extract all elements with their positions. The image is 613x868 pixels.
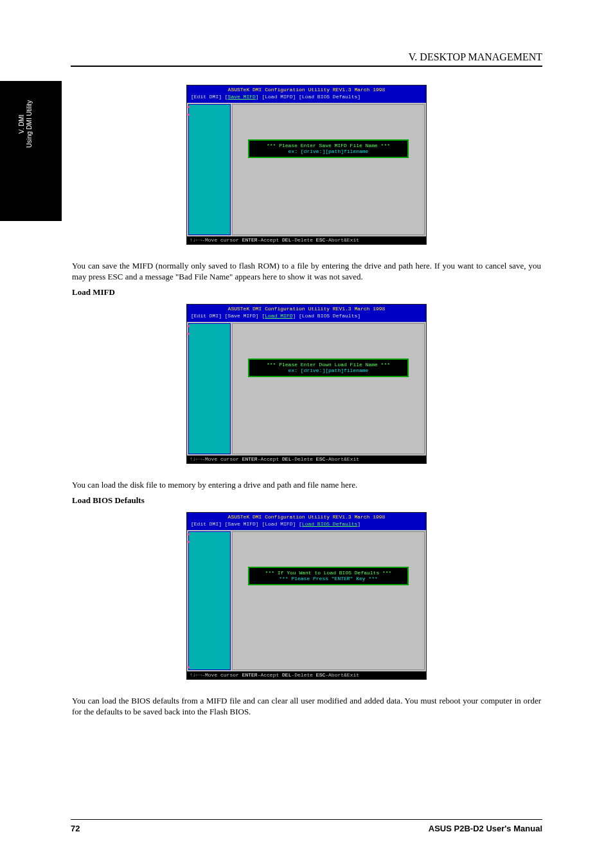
scr-body: *** Please Enter Save MIFD File Name ***… — [187, 103, 426, 236]
load-bios-heading: Load BIOS Defaults — [72, 495, 541, 506]
marker-icon — [188, 533, 190, 535]
marker-icon — [188, 333, 190, 335]
page-content: V. DESKTOP MANAGEMENT ASUSTeK DMI Config… — [0, 0, 613, 748]
product-name: ASUS P2B-D2 User's Manual — [429, 824, 542, 833]
marker-icon — [188, 106, 190, 108]
save-mifd-paragraph: You can save the MIFD (normally only sav… — [72, 260, 541, 282]
screenshot-load-bios-defaults: ASUSTeK DMI Configuration Utility REV1.3… — [186, 512, 427, 680]
scr-menubar: [Edit DMI] [Save MIFD] [Load MIFD] [Load… — [191, 521, 422, 527]
marker-icon — [188, 325, 190, 327]
dialog-line1: *** If You Want to Load BIOS Defaults **… — [256, 570, 401, 576]
page-footer: 72 ASUS P2B-D2 User's Manual — [71, 819, 542, 833]
scr-body: *** Please Enter Down Load File Name ***… — [187, 322, 426, 456]
load-bios-dialog: *** If You Want to Load BIOS Defaults **… — [248, 567, 409, 585]
menu-load-highlight: Load MIFD — [265, 313, 292, 319]
dialog-line1: *** Please Enter Save MIFD File Name *** — [256, 143, 401, 148]
page-number: 72 — [71, 824, 80, 833]
menu-bios-highlight: Load BIOS Defaults — [302, 521, 357, 527]
page-header: V. DESKTOP MANAGEMENT — [71, 51, 542, 67]
scr-left-panel — [188, 531, 231, 670]
dialog-line2: ex: [drive:][path]filename — [256, 368, 401, 373]
load-mifd-dialog: *** Please Enter Down Load File Name ***… — [248, 359, 409, 377]
menu-save-highlight: Save MIFD — [228, 94, 256, 100]
scr-left-panel — [188, 323, 231, 454]
scr-app-title: ASUSTeK DMI Configuration Utility REV1.3… — [191, 514, 422, 520]
marker-icon — [188, 666, 190, 668]
scr-statusbar: ↑↓←→-Move cursor ENTER-Accept DEL-Delete… — [187, 671, 426, 679]
scr-statusbar: ↑↓←→-Move cursor ENTER-Accept DEL-Delete… — [187, 236, 426, 244]
load-mifd-heading: Load MIFD — [72, 287, 541, 297]
scr-menubar: [Edit DMI] [Save MIFD] [Load MIFD] [Load… — [191, 94, 422, 100]
load-bios-paragraph: You can load the BIOS defaults from a MI… — [72, 695, 541, 717]
screenshot-load-mifd: ASUSTeK DMI Configuration Utility REV1.3… — [186, 304, 427, 464]
marker-icon — [188, 114, 190, 116]
scr-menubar: [Edit DMI] [Save MIFD] [Load MIFD] [Load… — [191, 313, 422, 319]
scr-right-panel: *** If You Want to Load BIOS Defaults **… — [232, 531, 425, 670]
scr-statusbar: ↑↓←→-Move cursor ENTER-Accept DEL-Delete… — [187, 456, 426, 463]
scr-app-title: ASUSTeK DMI Configuration Utility REV1.3… — [191, 306, 422, 312]
dialog-line2: ex: [drive:][path]filename — [256, 148, 401, 154]
save-mifd-dialog: *** Please Enter Save MIFD File Name ***… — [248, 139, 409, 158]
dialog-line2: *** Please Press "ENTER" Key *** — [256, 576, 401, 581]
dialog-line1: *** Please Enter Down Load File Name *** — [256, 362, 401, 368]
scr-titlebar: ASUSTeK DMI Configuration Utility REV1.3… — [187, 85, 426, 103]
scr-titlebar: ASUSTeK DMI Configuration Utility REV1.3… — [187, 305, 426, 322]
scr-right-panel: *** Please Enter Save MIFD File Name ***… — [232, 104, 425, 235]
scr-left-panel — [188, 104, 231, 235]
scr-app-title: ASUSTeK DMI Configuration Utility REV1.3… — [191, 87, 422, 93]
marker-icon — [188, 541, 190, 543]
screenshot-save-mifd: ASUSTeK DMI Configuration Utility REV1.3… — [186, 85, 427, 245]
scr-titlebar: ASUSTeK DMI Configuration Utility REV1.3… — [187, 513, 426, 530]
scr-body: *** If You Want to Load BIOS Defaults **… — [187, 530, 426, 671]
load-mifd-paragraph: You can load the disk file to memory by … — [72, 479, 541, 490]
scr-right-panel: *** Please Enter Down Load File Name ***… — [232, 323, 425, 454]
